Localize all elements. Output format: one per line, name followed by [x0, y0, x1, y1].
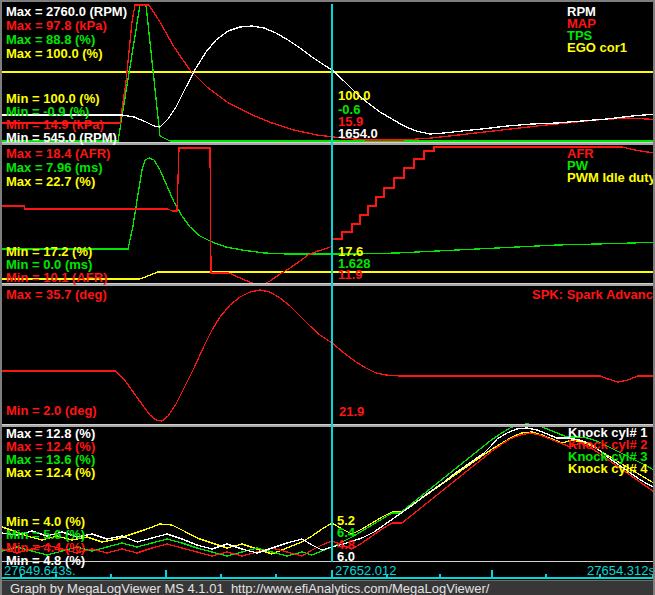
- cursor-value: 21.9: [339, 405, 364, 418]
- time-cursor[interactable]: [331, 4, 333, 579]
- panel-divider: [2, 424, 655, 427]
- legend-item: PWM Idle duty: [567, 171, 655, 184]
- timeline-tick-minor: [545, 574, 547, 579]
- cursor-value: 100.0: [338, 89, 371, 102]
- timeline-tick-major: [165, 570, 167, 579]
- max-label: Max = 35.7 (deg): [6, 288, 107, 301]
- min-label: Min = 10.1 (AFR): [6, 271, 108, 284]
- legend-item: EGO cor1: [567, 41, 627, 54]
- timeline-tick-major: [331, 570, 333, 579]
- timeline-baseline: [2, 577, 655, 579]
- max-label: Max = 22.7 (%): [6, 175, 95, 188]
- timeline-tick-minor: [439, 574, 441, 579]
- timeline-tick-minor: [110, 574, 112, 579]
- legend-item: Knock cyl# 4: [568, 462, 648, 475]
- cursor-value: 6.0: [337, 550, 355, 563]
- megalogviewer-window: Max = 2760.0 (RPM)Max = 97.8 (kPa)Max = …: [0, 0, 655, 595]
- cursor-value: 1654.0: [338, 127, 378, 140]
- cursor-value: 11.9: [338, 268, 363, 281]
- series-spk-spark-advance: [2, 290, 655, 421]
- timeline-tick-minor: [220, 574, 222, 579]
- timeline[interactable]: 27649.643s. 27652.012 27654.312s: [2, 562, 655, 580]
- series-knock-cyl-4: [2, 432, 655, 554]
- series-knock-cyl-1: [2, 428, 655, 553]
- timeline-tick-major: [491, 570, 493, 579]
- legend-item: SPK: Spark Advance: [532, 288, 655, 301]
- max-label: Max = 18.4 (AFR): [6, 147, 110, 160]
- max-label: Max = 12.4 (%): [6, 466, 95, 479]
- max-label: Max = 88.8 (%): [6, 33, 95, 46]
- series-knock-cyl-2: [2, 433, 655, 556]
- max-label: Max = 97.8 (kPa): [6, 19, 107, 32]
- min-label: Min = 4.8 (%): [6, 554, 85, 567]
- max-label: Max = 7.96 (ms): [6, 161, 102, 174]
- max-label: Max = 2760.0 (RPM): [6, 5, 127, 18]
- timeline-cursor-time: 27652.012: [335, 563, 396, 578]
- max-label: Max = 100.0 (%): [6, 47, 102, 60]
- min-label: Min = 2.0 (deg): [6, 404, 97, 417]
- status-bar: Graph by MegaLogViewer MS 4.1.01 http://…: [2, 580, 655, 595]
- timeline-end-time: 27654.312s: [587, 563, 655, 578]
- min-label: Min = 545.0 (RPM): [6, 131, 117, 144]
- timeline-tick-minor: [275, 574, 277, 579]
- graph-area[interactable]: Max = 2760.0 (RPM)Max = 97.8 (kPa)Max = …: [2, 2, 655, 564]
